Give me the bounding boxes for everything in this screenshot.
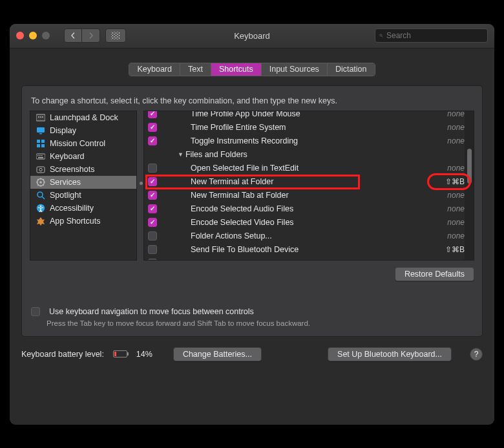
sidebar-item-mission[interactable]: Mission Control: [30, 137, 136, 150]
search-input[interactable]: [386, 31, 483, 40]
shortcut-row[interactable]: Open Selected File in TextEditnone: [144, 162, 474, 175]
shortcut-row[interactable]: Upload with Cyberducknone: [144, 257, 474, 261]
shortcut-checkbox[interactable]: [148, 231, 157, 240]
svg-point-20: [37, 192, 43, 197]
shortcut-row[interactable]: Time Profile Entire Systemnone: [144, 121, 474, 134]
disclosure-triangle-icon[interactable]: ▼: [178, 151, 184, 158]
sidebar-item-spotlight[interactable]: Spotlight: [30, 189, 136, 202]
show-all-button[interactable]: [105, 28, 126, 43]
shortcut-checkbox[interactable]: [148, 164, 157, 173]
tab-text[interactable]: Text: [180, 63, 211, 76]
svg-rect-15: [38, 157, 43, 158]
help-button[interactable]: ?: [470, 348, 483, 361]
sidebar-item-label: Services: [50, 178, 81, 187]
sidebar-item-launchpad[interactable]: Launchpad & Dock: [30, 111, 136, 124]
divider-handle[interactable]: [140, 182, 143, 185]
shortcut-label: Send File To Bluetooth Device: [191, 245, 299, 254]
back-button[interactable]: [64, 28, 82, 43]
tab-keyboard[interactable]: Keyboard: [129, 63, 180, 76]
svg-point-19: [39, 181, 42, 184]
shortcut-key[interactable]: none: [447, 111, 465, 119]
tab-shortcuts[interactable]: Shortcuts: [211, 63, 262, 76]
scrollbar-thumb[interactable]: [467, 149, 472, 184]
minimize-icon[interactable]: [29, 32, 37, 39]
group-header[interactable]: ▼Files and Folders: [144, 148, 474, 162]
instruction-text: To change a shortcut, select it, click t…: [31, 96, 474, 105]
kb-nav-checkbox[interactable]: [31, 307, 40, 316]
tab-bar: Keyboard Text Shortcuts Input Sources Di…: [129, 63, 375, 76]
tab-input-sources[interactable]: Input Sources: [262, 63, 328, 76]
shortcut-row[interactable]: New Terminal at Folder⇧⌘B: [144, 175, 474, 189]
shortcut-row[interactable]: Send File To Bluetooth Device⇧⌘B: [144, 243, 474, 257]
kb-nav-section: Use keyboard navigation to move focus be…: [30, 307, 474, 327]
shortcut-checkbox[interactable]: [148, 245, 157, 254]
shortcuts-list[interactable]: Time Profile App Under MousenoneTime Pro…: [143, 111, 474, 261]
shortcut-key[interactable]: none: [447, 218, 465, 227]
mission-icon: [36, 138, 46, 149]
sidebar-item-accessibility[interactable]: Accessibility: [30, 202, 136, 215]
tab-dictation[interactable]: Dictation: [328, 63, 375, 76]
change-batteries-button[interactable]: Change Batteries...: [173, 347, 262, 361]
sidebar-item-label: Display: [50, 126, 76, 135]
svg-point-2: [38, 116, 39, 118]
shortcut-key[interactable]: none: [447, 231, 465, 240]
shortcut-checkbox[interactable]: [148, 136, 157, 145]
shortcut-checkbox[interactable]: [148, 259, 157, 261]
restore-defaults-button[interactable]: Restore Defaults: [395, 267, 474, 281]
sidebar-item-services[interactable]: Services: [30, 176, 136, 189]
shortcut-checkbox[interactable]: [148, 191, 157, 200]
shortcut-key[interactable]: none: [447, 136, 465, 145]
setup-bluetooth-button[interactable]: Set Up Bluetooth Keyboard...: [328, 347, 452, 361]
shortcut-label: New Terminal Tab at Folder: [191, 191, 289, 200]
shortcut-label: Encode Selected Audio Files: [191, 204, 293, 213]
svg-rect-13: [39, 155, 41, 156]
sidebar-item-keyboard[interactable]: Keyboard: [30, 150, 136, 163]
sidebar-item-label: Screenshots: [50, 165, 94, 174]
nav-buttons: [64, 28, 100, 43]
shortcut-label: Time Profile Entire System: [191, 123, 286, 132]
shortcut-key[interactable]: none: [447, 204, 465, 213]
svg-rect-5: [37, 127, 45, 133]
shortcut-key[interactable]: none: [447, 123, 465, 132]
shortcut-row[interactable]: Encode Selected Audio Filesnone: [144, 202, 474, 216]
scrollbar[interactable]: [465, 111, 474, 260]
appshort-icon: [36, 216, 46, 226]
battery-icon: [113, 350, 127, 357]
sidebar-item-appshort[interactable]: App Shortcuts: [30, 215, 136, 228]
search-icon: [379, 32, 383, 39]
body: Keyboard Text Shortcuts Input Sources Di…: [10, 48, 494, 425]
sidebar-item-label: Mission Control: [50, 139, 105, 148]
sidebar-item-label: Launchpad & Dock: [50, 113, 118, 122]
shortcut-checkbox[interactable]: [148, 123, 157, 132]
sidebar-item-label: Keyboard: [50, 152, 85, 161]
sidebar-item-display[interactable]: Display: [30, 124, 136, 137]
shortcut-key[interactable]: ⇧⌘B: [445, 177, 465, 186]
shortcut-row[interactable]: Toggle Instruments Recordingnone: [144, 134, 474, 148]
svg-rect-6: [39, 133, 42, 134]
close-icon[interactable]: [16, 32, 24, 39]
accessibility-icon: [36, 203, 46, 213]
shortcut-key[interactable]: none: [447, 164, 465, 173]
shortcut-key[interactable]: none: [447, 259, 465, 261]
shortcut-checkbox[interactable]: [148, 204, 157, 213]
shortcut-checkbox[interactable]: [148, 177, 157, 186]
svg-rect-12: [37, 155, 39, 156]
shortcut-row[interactable]: New Terminal Tab at Foldernone: [144, 189, 474, 202]
shortcut-key[interactable]: none: [447, 191, 465, 200]
sidebar-item-screenshot[interactable]: Screenshots: [30, 163, 136, 176]
system-prefs-window: Keyboard Keyboard Text Shortcuts Input S…: [10, 24, 494, 425]
svg-rect-16: [37, 167, 45, 173]
forward-button[interactable]: [82, 28, 100, 43]
shortcut-row[interactable]: Encode Selected Video Filesnone: [144, 216, 474, 229]
shortcut-checkbox[interactable]: [148, 111, 157, 119]
shortcut-key[interactable]: ⇧⌘B: [445, 245, 465, 254]
shortcut-label: New Terminal at Folder: [191, 177, 273, 186]
shortcut-checkbox[interactable]: [148, 218, 157, 227]
shortcut-row[interactable]: Folder Actions Setup...none: [144, 229, 474, 243]
sidebar-item-label: App Shortcuts: [50, 217, 101, 226]
search-field[interactable]: [375, 28, 488, 43]
display-icon: [36, 125, 46, 136]
shortcut-row[interactable]: Time Profile App Under Mousenone: [144, 111, 474, 121]
category-sidebar[interactable]: Launchpad & DockDisplayMission ControlKe…: [30, 111, 137, 261]
svg-point-17: [39, 168, 42, 171]
